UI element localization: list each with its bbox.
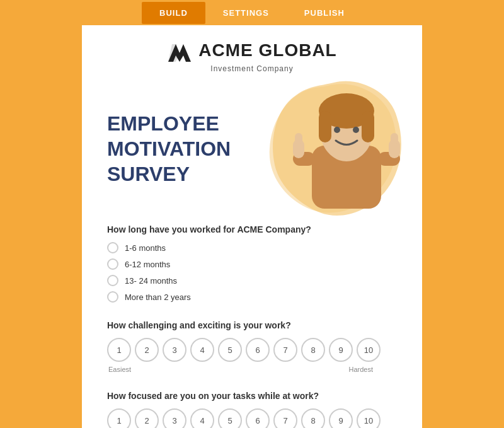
scale-q2-2[interactable]: 2 [135,338,159,362]
question-3: How focused are you on your tasks while … [107,391,397,428]
company-tagline: Investment Company [210,64,293,73]
logo-icon [167,38,192,63]
nav-build[interactable]: BUILD [142,2,205,24]
radio-label-1: 1-6 months [125,243,166,253]
question-2-label: How challenging and exciting is your wor… [107,320,397,330]
radio-label-2: 6-12 months [125,260,170,269]
nav-settings[interactable]: SETTINGS [205,2,287,24]
svg-rect-6 [362,111,374,142]
svg-rect-11 [295,133,302,144]
question-2: How challenging and exciting is your wor… [107,320,397,373]
header-section: ACME GLOBAL Investment Company [82,25,422,79]
scale-q3-8[interactable]: 8 [301,408,325,428]
questions-section: How long have you worked for ACME Compan… [82,218,422,428]
scale-q3-9[interactable]: 9 [329,408,353,428]
scale-q2-3[interactable]: 3 [163,338,186,362]
q1-option-3[interactable]: 13- 24 months [107,275,397,286]
q1-option-4[interactable]: More than 2 years [107,291,397,303]
scale-q2-8[interactable]: 8 [301,338,325,362]
question-1: How long have you worked for ACME Compan… [107,224,397,303]
scale-q3-4[interactable]: 4 [190,408,214,428]
scale-q3-6[interactable]: 6 [246,408,270,428]
scale-q2-5[interactable]: 5 [218,338,242,362]
q1-option-2[interactable]: 6-12 months [107,258,397,270]
top-nav: BUILD SETTINGS PUBLISH [0,0,504,25]
radio-circle-1[interactable] [107,242,118,253]
scale-q2-max-label: Hardest [348,366,373,373]
svg-point-7 [334,127,340,133]
svg-marker-1 [168,44,180,62]
scale-q2-4[interactable]: 4 [190,338,214,362]
scale-q3-5[interactable]: 5 [218,408,242,428]
scale-q2-7[interactable]: 7 [273,338,297,362]
q1-option-1[interactable]: 1-6 months [107,242,397,253]
scale-row-q3: 1 2 3 4 5 6 7 8 9 10 Worst Best [107,408,397,428]
question-3-label: How focused are you on your tasks while … [107,391,397,401]
scale-q3-3[interactable]: 3 [163,408,186,428]
scale-q3-1[interactable]: 1 [107,408,131,428]
scale-row-q2: 1 2 3 4 5 6 7 8 9 10 Easiest Hardest [107,338,397,373]
radio-label-4: More than 2 years [125,292,191,302]
scale-q2-10[interactable]: 10 [357,338,381,362]
hero-image-area [265,73,410,231]
radio-circle-3[interactable] [107,275,118,286]
radio-circle-4[interactable] [107,291,118,303]
company-name: ACME GLOBAL [198,40,336,61]
logo-area: ACME GLOBAL Investment Company [107,38,397,73]
radio-circle-2[interactable] [107,258,118,270]
scale-q2-min-label: Easiest [108,366,131,373]
hero-section: EMPLOYEE MOTIVATION SURVEY [82,79,422,218]
radio-label-3: 13- 24 months [125,276,177,286]
nav-publish[interactable]: PUBLISH [287,2,362,24]
scale-q2-9[interactable]: 9 [329,338,353,362]
scale-q3-10[interactable]: 10 [357,408,381,428]
scale-q3-7[interactable]: 7 [273,408,297,428]
scale-q2-1[interactable]: 1 [107,338,131,362]
main-content: ACME GLOBAL Investment Company EMPLOYEE … [82,25,422,428]
survey-title: EMPLOYEE MOTIVATION SURVEY [107,111,231,187]
svg-rect-14 [391,133,398,144]
svg-rect-5 [319,111,331,142]
scale-q2-6[interactable]: 6 [246,338,270,362]
svg-point-8 [353,127,359,133]
scale-q3-2[interactable]: 2 [135,408,159,428]
person-illustration [293,76,400,221]
